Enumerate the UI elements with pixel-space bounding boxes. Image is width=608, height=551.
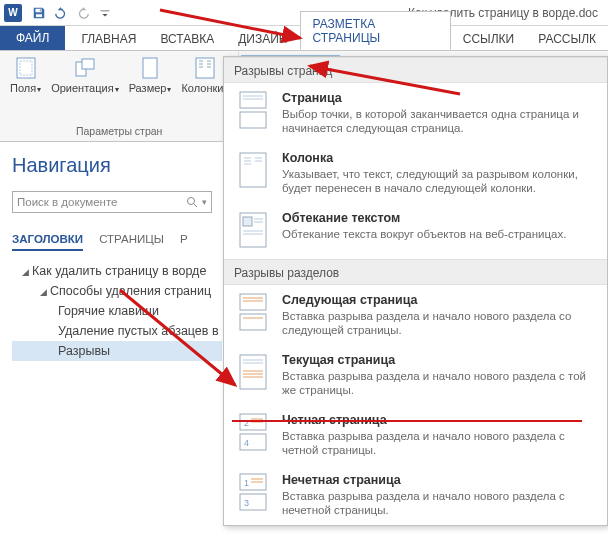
group-page-setup-label: Параметры стран — [76, 125, 162, 139]
tab-insert[interactable]: ВСТАВКА — [148, 27, 226, 50]
svg-rect-5 — [143, 58, 157, 78]
break-item-title: Следующая страница — [282, 293, 595, 307]
tab-mailings[interactable]: РАССЫЛК — [526, 27, 608, 50]
tree-node-label: Удаление пустых абзацев в — [58, 324, 219, 338]
size-icon — [137, 57, 163, 79]
margins-icon — [13, 57, 39, 79]
svg-text:3: 3 — [244, 498, 249, 508]
breaks-section-page: Разрывы страниц — [224, 57, 607, 83]
page-break-icon — [236, 91, 270, 131]
orientation-label: Ориентация — [51, 82, 113, 94]
svg-point-16 — [188, 198, 195, 205]
nextpage-break-icon — [236, 293, 270, 333]
orientation-icon — [72, 57, 98, 79]
chevron-down-icon: ▾ — [202, 197, 207, 207]
svg-text:1: 1 — [244, 478, 249, 488]
redo-button[interactable] — [73, 3, 93, 23]
tab-home[interactable]: ГЛАВНАЯ — [69, 27, 148, 50]
oddpage-break-icon: 13 — [236, 473, 270, 513]
evenpage-break-icon: 24 — [236, 413, 270, 453]
caret-icon: ◢ — [40, 287, 50, 297]
breaks-section-section: Разрывы разделов — [224, 259, 607, 285]
tab-page-layout[interactable]: РАЗМЕТКА СТРАНИЦЫ — [300, 11, 451, 50]
break-item-title: Колонка — [282, 151, 595, 165]
tab-design[interactable]: ДИЗАЙН — [226, 27, 299, 50]
svg-rect-19 — [240, 112, 266, 128]
svg-text:4: 4 — [244, 438, 249, 448]
break-item-nextpage[interactable]: Следующая страница Вставка разрыва разде… — [224, 285, 607, 345]
continuous-break-icon — [236, 353, 270, 393]
navigation-tabs: ЗАГОЛОВКИ СТРАНИЦЫ Р — [12, 233, 222, 251]
nav-tab-results[interactable]: Р — [180, 233, 188, 251]
nav-tab-headings[interactable]: ЗАГОЛОВКИ — [12, 233, 83, 251]
breaks-dropdown: Разрывы страниц Страница Выбор точки, в … — [223, 56, 608, 526]
break-item-desc: Вставка разрыва раздела и начало нового … — [282, 309, 595, 337]
margins-button[interactable]: Поля▾ — [6, 55, 45, 98]
headings-tree: ◢Как удалить страницу в ворде ◢Способы у… — [12, 261, 222, 361]
navigation-title: Навигация — [12, 154, 222, 177]
break-item-desc: Вставка разрыва раздела и начало нового … — [282, 429, 595, 457]
tree-node-label: Горячие клавиши — [58, 304, 159, 318]
svg-line-17 — [194, 204, 197, 207]
break-item-title: Текущая страница — [282, 353, 595, 367]
ribbon-tabs: ФАЙЛ ГЛАВНАЯ ВСТАВКА ДИЗАЙН РАЗМЕТКА СТР… — [0, 26, 608, 50]
break-item-continuous[interactable]: Текущая страница Вставка разрыва раздела… — [224, 345, 607, 405]
svg-rect-34 — [240, 294, 266, 310]
svg-text:2: 2 — [244, 418, 249, 428]
svg-rect-4 — [82, 59, 94, 69]
tree-node-selected[interactable]: Разрывы — [12, 341, 222, 361]
navigation-pane: Навигация Поиск в документе ▾ ЗАГОЛОВКИ … — [0, 142, 222, 551]
break-item-desc: Выбор точки, в которой заканчивается одн… — [282, 107, 595, 135]
save-button[interactable] — [29, 3, 49, 23]
svg-rect-35 — [240, 314, 266, 330]
textwrap-break-icon — [236, 211, 270, 251]
svg-rect-18 — [240, 92, 266, 108]
break-item-desc: Обтекание текста вокруг объектов на веб-… — [282, 227, 595, 241]
orientation-button[interactable]: Ориентация▾ — [47, 55, 122, 98]
break-item-desc: Вставка разрыва раздела и начало нового … — [282, 369, 595, 397]
columns-label: Колонки — [181, 82, 223, 94]
break-item-column[interactable]: Колонка Указывает, что текст, следующий … — [224, 143, 607, 203]
break-item-title: Обтекание текстом — [282, 211, 595, 225]
tree-node[interactable]: ◢Как удалить страницу в ворде — [12, 261, 222, 281]
chevron-down-icon: ▾ — [167, 85, 171, 94]
break-item-oddpage[interactable]: 13 Нечетная страница Вставка разрыва раз… — [224, 465, 607, 525]
break-item-title: Нечетная страница — [282, 473, 595, 487]
break-item-desc: Вставка разрыва раздела и начало нового … — [282, 489, 595, 517]
undo-button[interactable] — [51, 3, 71, 23]
svg-rect-22 — [240, 153, 266, 187]
tree-node-label: Способы удаления страниц — [50, 284, 211, 298]
qat-customize-button[interactable] — [95, 3, 115, 23]
break-item-evenpage[interactable]: 24 Четная страница Вставка разрыва разде… — [224, 405, 607, 465]
app-icon: W — [4, 4, 22, 22]
tree-node[interactable]: Горячие клавиши — [12, 301, 222, 321]
break-item-page[interactable]: Страница Выбор точки, в которой заканчив… — [224, 83, 607, 143]
tree-node[interactable]: ◢Способы удаления страниц — [12, 281, 222, 301]
search-icon — [186, 196, 198, 208]
margins-label: Поля — [10, 82, 36, 94]
break-item-desc: Указывает, что текст, следующий за разры… — [282, 167, 595, 195]
svg-rect-0 — [36, 13, 43, 17]
tree-node-label: Разрывы — [58, 344, 110, 358]
search-placeholder: Поиск в документе — [17, 196, 117, 208]
svg-rect-29 — [243, 217, 252, 226]
tab-file[interactable]: ФАЙЛ — [0, 26, 65, 50]
group-page-setup: Поля▾ Ориентация▾ Размер▾ Колонки▾ — [0, 51, 239, 141]
break-item-title: Четная страница — [282, 413, 595, 427]
nav-tab-pages[interactable]: СТРАНИЦЫ — [99, 233, 164, 251]
column-break-icon — [236, 151, 270, 191]
size-button[interactable]: Размер▾ — [125, 55, 176, 98]
svg-rect-6 — [196, 58, 214, 78]
break-item-textwrap[interactable]: Обтекание текстом Обтекание текста вокру… — [224, 203, 607, 259]
caret-icon: ◢ — [22, 267, 32, 277]
columns-icon — [192, 57, 218, 79]
tree-node[interactable]: Удаление пустых абзацев в — [12, 321, 222, 341]
chevron-down-icon: ▾ — [115, 85, 119, 94]
size-label: Размер — [129, 82, 167, 94]
tab-references[interactable]: ССЫЛКИ — [451, 27, 526, 50]
chevron-down-icon: ▾ — [37, 85, 41, 94]
break-item-title: Страница — [282, 91, 595, 105]
search-input[interactable]: Поиск в документе ▾ — [12, 191, 212, 213]
tree-node-label: Как удалить страницу в ворде — [32, 264, 206, 278]
